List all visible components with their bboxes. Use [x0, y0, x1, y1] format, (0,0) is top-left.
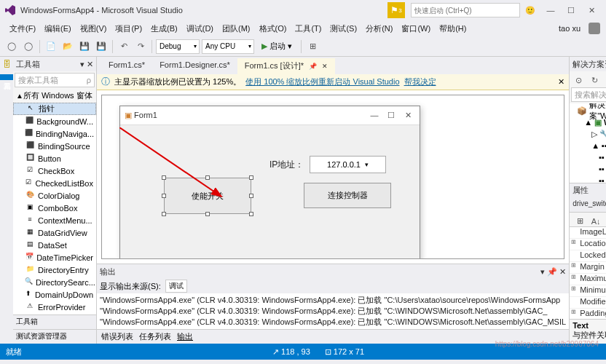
references-node[interactable]: ▲ ▪▪ 引用 — [571, 140, 606, 151]
menu-edit[interactable]: 编辑(E) — [41, 22, 75, 36]
pane-close-icon[interactable]: ✕ — [87, 60, 93, 69]
tab-form1-designer[interactable]: Form1.Designer.cs* — [152, 58, 237, 74]
menu-build[interactable]: 生成(B) — [147, 22, 181, 36]
toolbox-item[interactable]: ⬛BindingSource — [13, 140, 96, 152]
test-explorer-tab[interactable]: 测试资源管理器 — [13, 329, 96, 344]
database-icon[interactable]: 🗄 — [3, 60, 11, 68]
toolbox-item[interactable]: 📅DateTimePicker — [13, 251, 96, 264]
form-window[interactable]: ▣ Form1 — ☐ ✕ IP地址： 127.0.0.1 ▾ 使能开关 — [119, 106, 420, 259]
properties-node[interactable]: ▷ 🔧 Properties — [571, 128, 606, 140]
menu-help[interactable]: 帮助(H) — [436, 22, 470, 36]
pin-icon[interactable]: 📌 — [309, 63, 317, 70]
property-object[interactable]: drive_switch System.Windows.Forms.L — [570, 198, 606, 213]
close-button[interactable]: ✕ — [581, 3, 602, 18]
property-row[interactable]: ⊞MinimumSize0, 0 — [570, 285, 606, 297]
categorize-icon[interactable]: ⊞ — [572, 214, 587, 229]
ref-item[interactable]: ▪▪ Mycontrol — [571, 175, 606, 183]
pane-close-icon[interactable]: ✕ — [559, 267, 566, 277]
show-all-icon[interactable]: ▣ — [603, 73, 606, 87]
feedback-icon[interactable]: 🙂 — [520, 3, 540, 18]
save-button[interactable]: 💾 — [77, 39, 92, 54]
property-row[interactable]: ⊞MaximumSize0, 0 — [570, 274, 606, 285]
rail-tab-toolbox[interactable]: 工具箱 — [0, 74, 13, 80]
pane-dropdown-icon[interactable]: ▾ — [540, 267, 545, 277]
user-badge[interactable]: tao xu — [555, 23, 584, 34]
menu-format[interactable]: 格式(O) — [256, 22, 291, 36]
maximize-button[interactable]: ☐ — [561, 3, 581, 18]
pane-pin-icon[interactable]: 📌 — [547, 267, 557, 277]
menu-window[interactable]: 窗口(W) — [398, 22, 434, 36]
home-icon[interactable]: ⊙ — [571, 73, 586, 87]
solution-search[interactable]: 搜索解决方案资源管理器(Ctrl+;) — [571, 87, 606, 102]
toolbox-item[interactable]: 🎨ColorDialog — [13, 189, 96, 202]
quick-launch-input[interactable] — [411, 3, 520, 17]
solution-root[interactable]: 📦 解决方案"WindowsFormsApp4"(1 — [571, 105, 606, 116]
info-link-1[interactable]: 使用 100% 缩放比例重新启动 Visual Studio — [245, 76, 399, 87]
toolbox-item[interactable]: ↖指针 — [13, 103, 96, 115]
toolbox-item[interactable]: ≡ContextMenu... — [13, 214, 96, 226]
toolbox-item[interactable]: ⬛BackgroundW... — [13, 115, 96, 127]
property-row[interactable]: LockedFalse — [570, 250, 606, 262]
connect-button-control[interactable]: 连接控制器 — [304, 183, 391, 208]
output-text[interactable]: "WindowsFormsApp4.exe" (CLR v4.0.30319: … — [97, 293, 569, 329]
property-row[interactable]: ⊞Location118, 93 — [570, 239, 606, 250]
refresh-icon[interactable]: ↻ — [587, 73, 602, 87]
toolbox-item[interactable]: ⬛BindingNaviga... — [13, 127, 96, 140]
toolbox-search[interactable]: 搜索工具箱 ρ — [15, 73, 95, 87]
output-source-dropdown[interactable]: 调试 — [165, 280, 187, 293]
toolbox-item[interactable]: ⚠ErrorProvider — [13, 301, 96, 313]
open-button[interactable]: 📂 — [60, 39, 75, 54]
resize-handle[interactable] — [205, 212, 210, 216]
ref-item[interactable]: ▪▪ 分析器 — [571, 151, 606, 163]
toolbox-item[interactable]: ☑CheckBox — [13, 165, 96, 177]
toolbox-item[interactable]: ☑CheckedListBox — [13, 177, 96, 189]
menu-tools[interactable]: 工具(T) — [291, 22, 325, 36]
menu-team[interactable]: 团队(M) — [219, 22, 254, 36]
new-button[interactable]: 📄 — [44, 39, 58, 54]
project-node[interactable]: ▲ ▣ WindowsFormsApp4 — [571, 116, 606, 128]
align-button[interactable]: ⊞ — [305, 39, 320, 54]
designer-surface[interactable]: ▣ Form1 — ☐ ✕ IP地址： 127.0.0.1 ▾ 使能开关 — [101, 95, 564, 259]
toolbox-tab[interactable]: 工具箱 — [13, 314, 96, 329]
toolbox-item[interactable]: ▦DataGridView — [13, 226, 96, 239]
tab-form1-cs[interactable]: Form1.cs* — [101, 58, 152, 74]
info-link-2[interactable]: 帮我决定 — [404, 76, 436, 87]
resize-handle[interactable] — [205, 175, 210, 180]
toolbox-category[interactable]: ▲ 所有 Windows 窗体 — [13, 89, 96, 103]
tab-output[interactable]: 输出 — [177, 331, 193, 342]
menu-test[interactable]: 测试(S) — [326, 22, 361, 36]
menu-view[interactable]: 视图(V) — [76, 22, 111, 36]
notification-flag-icon[interactable]: ⚑3 — [387, 2, 405, 18]
resize-handle[interactable] — [162, 212, 166, 216]
toolbox-item[interactable]: 🔍DirectorySearc... — [13, 276, 96, 288]
toolbox-item[interactable]: ▤DataSet — [13, 239, 96, 251]
minimize-button[interactable]: — — [540, 3, 561, 17]
undo-button[interactable]: ↶ — [117, 39, 131, 54]
property-row[interactable]: ⊞Padding0, 0, 0, 0 — [570, 309, 606, 319]
resize-handle[interactable] — [162, 175, 166, 180]
pane-dropdown-icon[interactable]: ▾ — [80, 60, 84, 69]
property-row[interactable]: ⊞Margin3, 3, 3, 3 — [570, 262, 606, 274]
properties-grid[interactable]: ImageList(无)⊞Location118, 93LockedFalse⊞… — [570, 227, 606, 319]
property-row[interactable]: ImageList(无) — [570, 227, 606, 239]
nav-fwd-button[interactable]: ◯ — [21, 39, 36, 54]
tab-error-list[interactable]: 错误列表 — [101, 331, 133, 342]
resize-handle[interactable] — [249, 212, 253, 216]
resize-handle[interactable] — [249, 194, 253, 198]
ip-textbox[interactable]: 127.0.0.1 ▾ — [310, 156, 386, 173]
toolbox-item[interactable]: ⬆DomainUpDown — [13, 288, 96, 301]
drive-switch-control[interactable]: 使能开关 — [164, 178, 251, 214]
toolbox-item[interactable]: ▣ComboBox — [13, 202, 96, 214]
save-all-button[interactable]: 💾 — [94, 39, 109, 54]
menu-project[interactable]: 项目(P) — [111, 22, 146, 36]
toolbox-item[interactable]: 📁DirectoryEntry — [13, 264, 96, 276]
info-close-icon[interactable]: ✕ — [558, 77, 564, 87]
tab-form1-design[interactable]: Form1.cs [设计]* 📌 ✕ — [237, 58, 335, 74]
property-row[interactable]: ModifiersPrivate — [570, 297, 606, 309]
tab-task-list[interactable]: 任务列表 — [139, 331, 171, 342]
menu-analyze[interactable]: 分析(N) — [362, 22, 396, 36]
platform-dropdown[interactable]: Any CPU — [202, 39, 254, 54]
run-button[interactable]: ▶启动 ▾ — [256, 39, 297, 55]
ref-item[interactable]: ▪▪ Microsoft.CSharp — [571, 163, 606, 175]
resize-handle[interactable] — [249, 175, 253, 180]
